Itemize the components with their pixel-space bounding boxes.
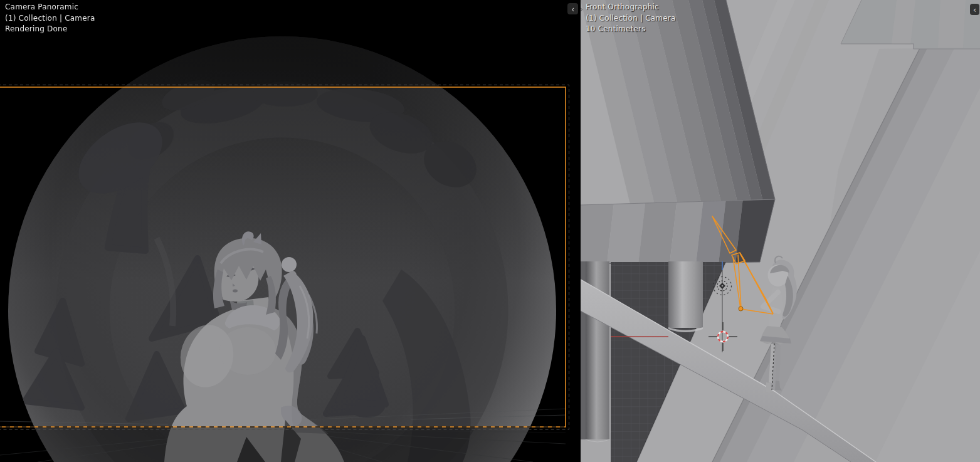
pillar-small-cylinder[interactable] [668, 261, 703, 332]
camera-panoramic-canvas[interactable] [0, 0, 581, 462]
chevron-right-icon: › [580, 4, 583, 14]
slab-top-right [841, 0, 980, 49]
chevron-left-icon: ‹ [571, 5, 574, 13]
viewport-camera-panoramic[interactable]: Camera Panoramic (1) Collection | Camera… [0, 0, 581, 462]
blender-split-3d-viewport: Camera Panoramic (1) Collection | Camera… [0, 0, 980, 462]
sidebar-toggle-arrow[interactable]: ‹ [970, 4, 979, 15]
hair-scrunchie [282, 257, 297, 272]
viewport-front-orthographic[interactable]: Front Orthographic (1) Collection | Came… [581, 0, 980, 462]
region-collapse-button[interactable]: ‹ [567, 3, 578, 14]
region-expand-button[interactable]: › [580, 5, 583, 13]
chevron-left-icon: ‹ [973, 6, 976, 14]
front-orthographic-canvas[interactable] [581, 0, 980, 462]
camera-origin-dot[interactable] [739, 307, 743, 311]
